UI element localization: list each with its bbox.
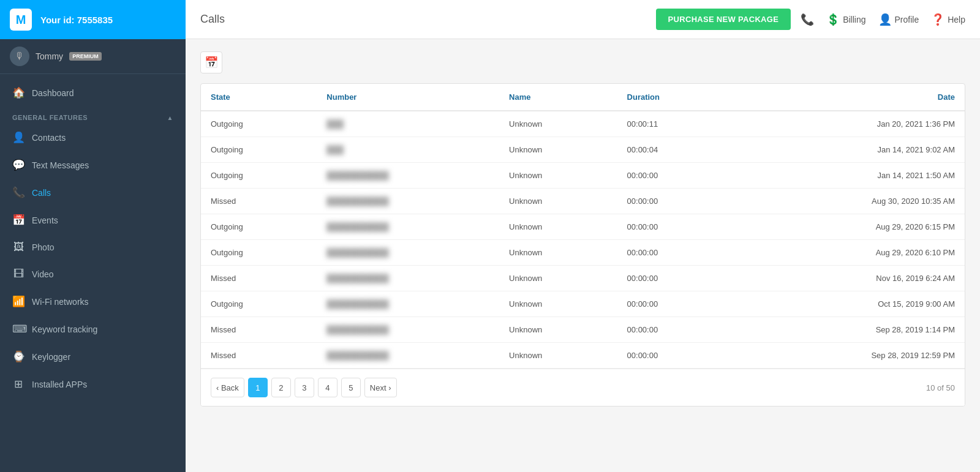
sidebar-item-photo[interactable]: 🖼 Photo (0, 234, 186, 261)
cell-duration: 00:00:00 (617, 240, 734, 266)
cell-number: ███████████ (317, 343, 499, 369)
content-area: 📅 State Number Name Duration Date Outgoi… (186, 39, 980, 472)
sidebar-item-text-messages[interactable]: 💬 Text Messages (0, 151, 186, 179)
col-header-name: Name (499, 84, 617, 111)
cell-duration: 00:00:00 (617, 317, 734, 343)
table-row: Outgoing ███████████ Unknown 00:00:00 Oc… (201, 291, 965, 317)
calls-table-container: State Number Name Duration Date Outgoing… (200, 83, 965, 406)
help-label: Help (948, 15, 965, 24)
cell-name: Unknown (499, 291, 617, 317)
back-button[interactable]: ‹ Back (211, 378, 244, 397)
cell-date: Sep 28, 2019 1:14 PM (734, 317, 965, 343)
cell-date: Sep 28, 2019 12:59 PM (734, 343, 965, 369)
page-title: Calls (200, 13, 646, 26)
cell-state: Missed (201, 189, 317, 214)
topbar-actions: 📞 💲 Billing 👤 Profile ❓ Help (801, 13, 965, 26)
calendar-icon: 📅 (205, 56, 218, 69)
home-icon: 🏠 (12, 86, 24, 99)
cell-state: Outgoing (201, 214, 317, 240)
cell-number: ███████████ (317, 266, 499, 291)
cell-number: ███████████ (317, 189, 499, 214)
cell-duration: 00:00:00 (617, 266, 734, 291)
cell-name: Unknown (499, 189, 617, 214)
page-number-button[interactable]: 5 (341, 378, 361, 397)
cell-duration: 00:00:00 (617, 343, 734, 369)
topbar: Calls PURCHASE NEW PACKAGE 📞 💲 Billing 👤… (186, 0, 980, 39)
sidebar-nav: 🏠 Dashboard GENERAL FEATURES ▲ 👤 Contact… (0, 74, 186, 472)
avatar: 🎙 (10, 47, 29, 66)
sidebar-item-label: Video (32, 269, 54, 279)
page-number-button[interactable]: 2 (271, 378, 291, 397)
photo-icon: 🖼 (12, 241, 24, 253)
cell-number: ███ (317, 137, 499, 163)
cell-name: Unknown (499, 163, 617, 189)
user-id-text: Your id: 7555835 (40, 15, 113, 25)
cell-state: Missed (201, 317, 317, 343)
cell-number: ███████████ (317, 214, 499, 240)
table-row: Missed ███████████ Unknown 00:00:00 Sep … (201, 317, 965, 343)
cell-state: Outgoing (201, 137, 317, 163)
calls-table: State Number Name Duration Date Outgoing… (201, 84, 965, 369)
sidebar-item-label: Installed APPs (32, 380, 87, 389)
cell-number: ███████████ (317, 240, 499, 266)
table-row: Missed ███████████ Unknown 00:00:00 Sep … (201, 343, 965, 369)
sidebar-item-calls[interactable]: 📞 Calls (0, 179, 186, 206)
wifi-icon: 📶 (12, 295, 24, 308)
cell-state: Outgoing (201, 291, 317, 317)
messages-icon: 💬 (12, 159, 24, 171)
phone-icon-btn[interactable]: 📞 (801, 13, 814, 26)
sidebar-item-video[interactable]: 🎞 Video (0, 261, 186, 288)
events-icon: 📅 (12, 214, 24, 227)
sidebar: M Your id: 7555835 🎙 Tommy PREMIUM 🏠 Das… (0, 0, 186, 472)
sidebar-item-label: Events (32, 215, 58, 225)
pagination-row: ‹ Back 12345 Next › 10 of 50 (201, 369, 965, 406)
video-icon: 🎞 (12, 268, 24, 280)
cell-state: Outgoing (201, 163, 317, 189)
page-info: 10 of 50 (926, 383, 955, 392)
help-icon: ❓ (931, 13, 944, 26)
cell-name: Unknown (499, 214, 617, 240)
sidebar-item-label: Contacts (32, 133, 66, 143)
cell-number: ███ (317, 111, 499, 137)
cell-duration: 00:00:00 (617, 214, 734, 240)
cell-state: Missed (201, 343, 317, 369)
col-header-state: State (201, 84, 317, 111)
cell-name: Unknown (499, 137, 617, 163)
next-button[interactable]: Next › (364, 378, 397, 397)
sidebar-header: M Your id: 7555835 (0, 0, 186, 39)
page-number-button[interactable]: 3 (295, 378, 314, 397)
col-header-date: Date (734, 84, 965, 111)
sidebar-item-label: Keyword tracking (32, 324, 97, 334)
table-row: Outgoing ███████████ Unknown 00:00:00 Au… (201, 214, 965, 240)
cell-number: ███████████ (317, 163, 499, 189)
cell-name: Unknown (499, 266, 617, 291)
username: Tommy (36, 51, 63, 61)
sidebar-item-keylogger[interactable]: ⌚ Keylogger (0, 343, 186, 370)
col-header-number: Number (317, 84, 499, 111)
general-features-label: GENERAL FEATURES ▲ (0, 107, 186, 124)
purchase-new-package-button[interactable]: PURCHASE NEW PACKAGE (656, 9, 791, 30)
pagination-left: ‹ Back 12345 Next › (211, 378, 397, 397)
sidebar-item-events[interactable]: 📅 Events (0, 206, 186, 234)
sidebar-item-contacts[interactable]: 👤 Contacts (0, 124, 186, 151)
sidebar-item-dashboard[interactable]: 🏠 Dashboard (0, 79, 186, 107)
sidebar-item-keyword-tracking[interactable]: ⌨ Keyword tracking (0, 315, 186, 343)
cell-number: ███████████ (317, 317, 499, 343)
help-btn[interactable]: ❓ Help (931, 13, 965, 26)
sidebar-item-installed-apps[interactable]: ⊞ Installed APPs (0, 370, 186, 398)
page-number-button[interactable]: 1 (248, 378, 268, 397)
sidebar-item-wifi-networks[interactable]: 📶 Wi-Fi networks (0, 288, 186, 315)
main-area: Calls PURCHASE NEW PACKAGE 📞 💲 Billing 👤… (186, 0, 980, 472)
collapse-arrow[interactable]: ▲ (167, 114, 173, 121)
user-profile-row: 🎙 Tommy PREMIUM (0, 39, 186, 74)
sidebar-item-label: Calls (32, 188, 51, 198)
cell-duration: 00:00:00 (617, 189, 734, 214)
calendar-filter-button[interactable]: 📅 (200, 51, 222, 73)
billing-btn[interactable]: 💲 Billing (826, 13, 865, 26)
page-number-button[interactable]: 4 (318, 378, 337, 397)
cell-duration: 00:00:00 (617, 291, 734, 317)
profile-btn[interactable]: 👤 Profile (878, 13, 919, 26)
sidebar-item-label: Photo (32, 242, 55, 252)
table-row: Outgoing ███████████ Unknown 00:00:00 Au… (201, 240, 965, 266)
cell-state: Outgoing (201, 111, 317, 137)
